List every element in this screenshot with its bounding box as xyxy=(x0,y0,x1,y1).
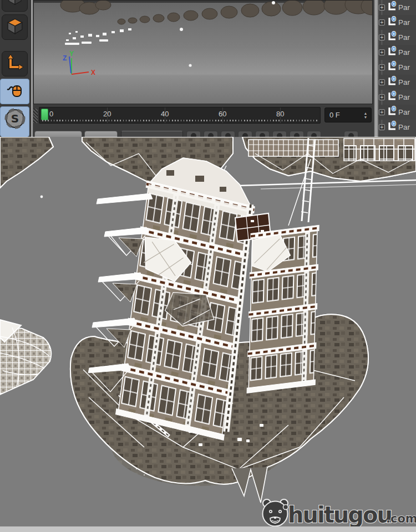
object-row[interactable]: + 0 Par xyxy=(378,15,416,30)
playback-button[interactable] xyxy=(34,131,82,137)
timeline-bar: 0 20 40 60 80 0 F ▲▼ xyxy=(33,104,373,129)
tick-label-40: 40 xyxy=(161,110,169,118)
frame-spinner[interactable]: ▲▼ xyxy=(362,110,369,120)
watermark-tld: .com xyxy=(386,512,416,525)
object-label: Par xyxy=(398,63,410,71)
object-row[interactable]: + 0 Par xyxy=(378,45,416,60)
svg-text:0: 0 xyxy=(392,91,396,97)
object-row[interactable]: + 0 Par xyxy=(378,90,416,105)
orange-axis-arrows-icon xyxy=(6,54,24,74)
timeline-grip[interactable] xyxy=(33,109,38,123)
svg-text:0: 0 xyxy=(392,61,396,67)
object-row[interactable]: + 0 Par xyxy=(378,0,416,15)
null-object-icon: 0 xyxy=(387,61,397,74)
snap-button[interactable]: S xyxy=(0,106,29,137)
viewport-scene: Z Y X xyxy=(34,1,372,104)
object-row[interactable]: + 0 Par xyxy=(378,60,416,75)
svg-text:S: S xyxy=(11,112,18,125)
expand-plus-icon[interactable]: + xyxy=(379,94,385,100)
floating-dot-2 xyxy=(189,64,191,66)
s-circle-icon: S xyxy=(4,108,26,131)
floating-dot-1 xyxy=(180,28,183,31)
svg-text:0: 0 xyxy=(392,31,396,37)
model-mode-button[interactable] xyxy=(2,14,28,40)
svg-text:0: 0 xyxy=(392,1,396,7)
timeline-ruler[interactable]: 0 20 40 60 80 xyxy=(39,107,321,124)
playback-controls-row-cropped xyxy=(33,129,373,137)
axis-mode-button[interactable] xyxy=(2,51,28,76)
previous-key-button[interactable] xyxy=(204,131,218,137)
cube-orange-top-icon xyxy=(6,17,24,37)
object-label: Par xyxy=(398,78,410,86)
null-object-icon: 0 xyxy=(387,16,397,29)
null-object-icon: 0 xyxy=(387,31,397,44)
next-frame-button[interactable] xyxy=(255,131,270,137)
white-speck xyxy=(40,196,43,198)
playback-range-widget[interactable] xyxy=(121,131,183,137)
screenshot-root: { "editor": { "toolbar": { "buttons": [ … xyxy=(0,0,416,532)
record-button[interactable] xyxy=(307,131,321,137)
object-label: Par xyxy=(398,3,410,12)
frame-tick-dots xyxy=(42,120,317,121)
expand-plus-icon[interactable]: + xyxy=(379,109,385,115)
bottom-strip xyxy=(0,526,416,532)
wireframe-render-view: huitugou .com xyxy=(0,137,416,532)
small-white-bits xyxy=(65,28,131,45)
timeline-playhead[interactable] xyxy=(41,109,48,120)
axis-x-label: X xyxy=(91,69,95,76)
expand-plus-icon[interactable]: + xyxy=(379,34,385,40)
object-label: Par xyxy=(398,93,410,101)
svg-text:0: 0 xyxy=(392,46,396,52)
previous-frame-button[interactable] xyxy=(221,131,235,137)
goto-end-button[interactable] xyxy=(290,131,304,137)
object-row[interactable]: + 0 Par xyxy=(378,30,416,45)
play-button[interactable] xyxy=(238,131,252,137)
make-editable-button[interactable] xyxy=(2,0,28,12)
watermark-text: huitugou xyxy=(288,502,392,528)
mouse-icon xyxy=(6,81,24,102)
cube-orange-top-icon xyxy=(7,0,23,8)
axis-y-label: Y xyxy=(69,50,74,58)
expand-plus-icon[interactable]: + xyxy=(379,19,385,25)
svg-text:0: 0 xyxy=(392,76,396,82)
null-object-icon: 0 xyxy=(387,1,397,14)
object-manager-scrollbar[interactable] xyxy=(374,0,378,137)
floating-dot-3 xyxy=(272,1,275,4)
expand-plus-icon[interactable]: + xyxy=(379,64,385,70)
expand-plus-icon[interactable]: + xyxy=(379,49,385,55)
next-key-button[interactable] xyxy=(272,131,287,137)
building-right-facade xyxy=(247,225,319,393)
null-object-icon: 0 xyxy=(387,46,397,59)
expand-plus-icon[interactable]: + xyxy=(379,124,385,130)
null-object-icon: 0 xyxy=(387,121,397,134)
expand-plus-icon[interactable]: + xyxy=(379,79,385,85)
object-label: Par xyxy=(398,123,410,131)
object-label: Par xyxy=(398,48,410,57)
3d-viewport[interactable]: Z Y X xyxy=(33,0,373,104)
axis-z-label: Z xyxy=(63,54,67,62)
object-row[interactable]: + 0 Par xyxy=(378,105,416,120)
object-label: Par xyxy=(398,108,410,116)
null-object-icon: 0 xyxy=(387,106,397,119)
tick-label-20: 20 xyxy=(103,110,111,118)
c4d-editor-strip: S xyxy=(0,0,416,137)
playback-button[interactable] xyxy=(84,131,118,137)
keyframe-button[interactable] xyxy=(344,131,358,137)
object-label: Par xyxy=(398,33,410,42)
goto-start-button[interactable] xyxy=(186,131,201,137)
object-row[interactable]: + 0 Par xyxy=(378,120,416,135)
tick-label-80: 80 xyxy=(276,110,284,118)
current-frame-field[interactable]: 0 F ▲▼ xyxy=(324,108,372,122)
expand-plus-icon[interactable]: + xyxy=(379,4,385,11)
svg-text:0: 0 xyxy=(392,16,396,22)
null-object-icon: 0 xyxy=(387,76,397,89)
frame-field-value: 0 F xyxy=(329,111,340,119)
left-toolbar: S xyxy=(0,0,31,137)
object-label: Par xyxy=(398,18,410,27)
svg-text:0: 0 xyxy=(392,106,396,112)
distant-debris-row xyxy=(60,1,372,24)
input-device-mode-button[interactable] xyxy=(0,79,29,104)
tick-label-60: 60 xyxy=(219,110,226,118)
null-object-icon: 0 xyxy=(387,91,397,104)
object-row[interactable]: + 0 Par xyxy=(378,75,416,90)
